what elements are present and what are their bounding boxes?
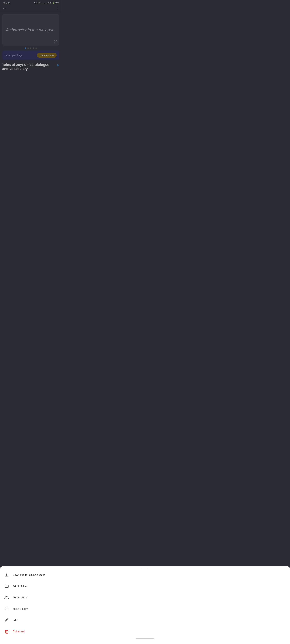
bottom-sheet-overlay[interactable] <box>0 0 61 133</box>
